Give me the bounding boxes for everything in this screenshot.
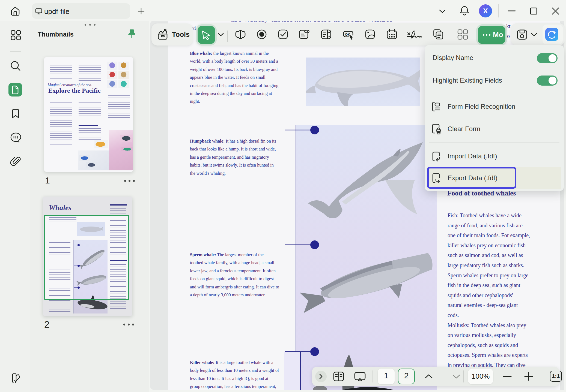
svg-text:OK: OK: [345, 32, 350, 37]
